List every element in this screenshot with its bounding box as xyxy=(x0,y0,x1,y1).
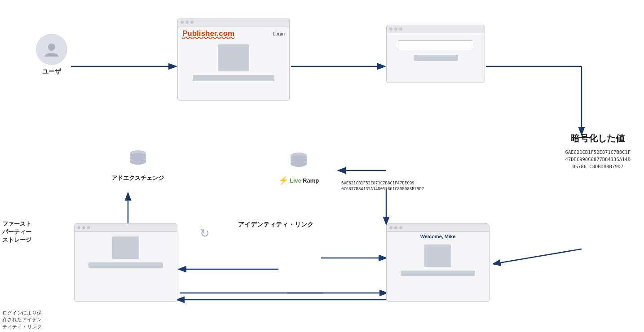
user-person-icon xyxy=(43,40,61,58)
browser-toolbar-fp xyxy=(75,224,177,232)
browser-toolbar-publisher xyxy=(178,18,289,26)
browser-dot-l3 xyxy=(399,27,402,31)
fp-storage-browser-window xyxy=(74,223,177,302)
publisher-login-link: Login xyxy=(273,31,285,36)
welcome-image-placeholder xyxy=(424,245,451,267)
browser-dot-l1 xyxy=(389,27,393,31)
welcome-header-text: Welcome, Mike xyxy=(387,232,489,240)
user-label: ユーザ xyxy=(42,68,61,76)
fp-login-note: ログインにより保 存されたアイデン ティティ・リンク xyxy=(2,310,42,330)
login-browser-window xyxy=(386,25,485,83)
login-browser-content xyxy=(387,33,485,66)
publisher-image-placeholder xyxy=(218,44,249,71)
browser-dot-3 xyxy=(190,21,194,24)
welcome-browser-window: Welcome, Mike xyxy=(386,223,490,302)
browser-dot-l2 xyxy=(394,27,397,31)
fp-browser-content xyxy=(75,232,177,272)
liveramp-db-icon xyxy=(287,150,310,174)
user-icon-container: ユーザ xyxy=(36,34,67,76)
fp-storage-title: ファースト パーティー ストレージ xyxy=(2,220,31,245)
liveramp-leaf-icon: ⚡ xyxy=(278,175,288,185)
publisher-bar-placeholder xyxy=(193,75,274,81)
publisher-browser-content xyxy=(178,40,289,86)
login-input-mock xyxy=(398,40,473,50)
adexchange-db-icon xyxy=(126,148,150,171)
browser-dot-fp1 xyxy=(77,226,80,229)
browser-toolbar-welcome xyxy=(387,224,489,232)
diagram-container: ユーザ Publisher.com Login xyxy=(0,0,644,332)
login-button-mock xyxy=(414,55,458,61)
liveramp-logo: ⚡ LiveRamp xyxy=(278,175,319,185)
svg-line-4 xyxy=(494,249,582,264)
svg-point-13 xyxy=(48,44,55,51)
database-icon-liveramp xyxy=(287,150,310,174)
liveramp-container: ⚡ LiveRamp xyxy=(278,150,319,185)
publisher-logo: Publisher.com xyxy=(182,29,234,38)
publisher-header: Publisher.com Login xyxy=(178,26,289,40)
encrypted-value: 6AE621CB1F52E871C7B8C1F 47DEC990C6877B84… xyxy=(565,149,631,170)
adexchange-container: アドエクスチェンジ xyxy=(111,148,164,182)
browser-dot-w1 xyxy=(389,226,393,229)
fp-bar-placeholder xyxy=(88,262,163,268)
user-avatar xyxy=(36,34,67,65)
adexchange-label: アドエクスチェンジ xyxy=(111,174,164,182)
liveramp-live: Live xyxy=(290,177,301,184)
hash-near-liveramp: 6AE621CB1F52E871C7B8C1F47DEC99 0C6877B84… xyxy=(341,180,424,192)
browser-dot-2 xyxy=(185,21,189,24)
browser-dot-1 xyxy=(181,21,184,24)
browser-dot-w2 xyxy=(394,226,397,229)
welcome-browser-content xyxy=(387,240,489,280)
welcome-bar-placeholder xyxy=(401,271,475,276)
database-icon-adexchange xyxy=(126,148,150,171)
fp-storage-container: ファースト パーティー ストレージ xyxy=(2,220,31,245)
publisher-browser-window: Publisher.com Login xyxy=(177,18,290,101)
identity-link-label: アイデンティティ・リンク xyxy=(238,221,313,229)
fp-image-placeholder xyxy=(112,236,139,259)
svg-point-20 xyxy=(130,158,146,165)
sync-icon: ↻ xyxy=(200,227,210,240)
browser-dot-fp3 xyxy=(87,226,90,229)
browser-toolbar-login xyxy=(387,25,485,33)
browser-dot-fp2 xyxy=(82,226,85,229)
browser-dot-w3 xyxy=(399,226,402,229)
svg-point-27 xyxy=(291,161,307,167)
encrypted-title: 暗号化した値 xyxy=(565,132,631,144)
encrypted-container: 暗号化した値 6AE621CB1F52E871C7B8C1F 47DEC990C… xyxy=(565,132,631,170)
liveramp-ramp: Ramp xyxy=(303,177,319,184)
